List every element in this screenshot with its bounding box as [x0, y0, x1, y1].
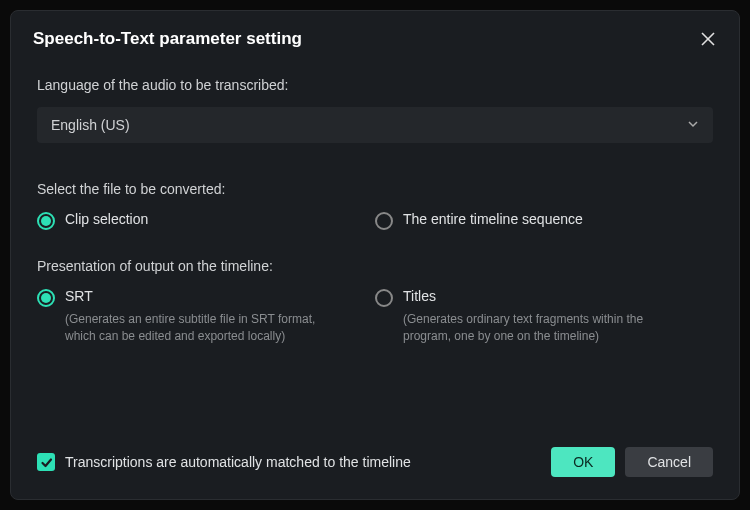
- dialog-header: Speech-to-Text parameter setting: [11, 11, 739, 59]
- file-select-group: Clip selection The entire timeline seque…: [37, 211, 713, 230]
- radio-icon: [37, 212, 55, 230]
- checkbox-label: Transcriptions are automatically matched…: [65, 454, 411, 470]
- radio-entire-timeline[interactable]: The entire timeline sequence: [375, 211, 713, 230]
- cancel-button[interactable]: Cancel: [625, 447, 713, 477]
- titles-description: (Generates ordinary text fragments withi…: [403, 311, 683, 346]
- file-select-label: Select the file to be converted:: [37, 181, 713, 197]
- dialog-footer: Transcriptions are automatically matched…: [11, 431, 739, 499]
- language-label: Language of the audio to be transcribed:: [37, 77, 713, 93]
- ok-button[interactable]: OK: [551, 447, 615, 477]
- button-group: OK Cancel: [551, 447, 713, 477]
- radio-icon: [37, 289, 55, 307]
- radio-label: Titles: [403, 288, 436, 304]
- dialog-title: Speech-to-Text parameter setting: [33, 29, 302, 49]
- presentation-group: SRT (Generates an entire subtitle file i…: [37, 288, 713, 346]
- presentation-label: Presentation of output on the timeline:: [37, 258, 713, 274]
- radio-titles[interactable]: Titles: [375, 288, 713, 307]
- auto-match-checkbox[interactable]: Transcriptions are automatically matched…: [37, 453, 411, 471]
- radio-label: The entire timeline sequence: [403, 211, 583, 227]
- language-select-wrap: English (US): [37, 107, 713, 143]
- stt-settings-dialog: Speech-to-Text parameter setting Languag…: [10, 10, 740, 500]
- radio-srt[interactable]: SRT: [37, 288, 375, 307]
- language-select[interactable]: English (US): [37, 107, 713, 143]
- close-icon[interactable]: [699, 30, 717, 48]
- radio-icon: [375, 212, 393, 230]
- radio-label: Clip selection: [65, 211, 148, 227]
- srt-description: (Generates an entire subtitle file in SR…: [65, 311, 345, 346]
- radio-clip-selection[interactable]: Clip selection: [37, 211, 375, 230]
- radio-icon: [375, 289, 393, 307]
- dialog-body: Language of the audio to be transcribed:…: [11, 59, 739, 431]
- checkbox-icon: [37, 453, 55, 471]
- radio-label: SRT: [65, 288, 93, 304]
